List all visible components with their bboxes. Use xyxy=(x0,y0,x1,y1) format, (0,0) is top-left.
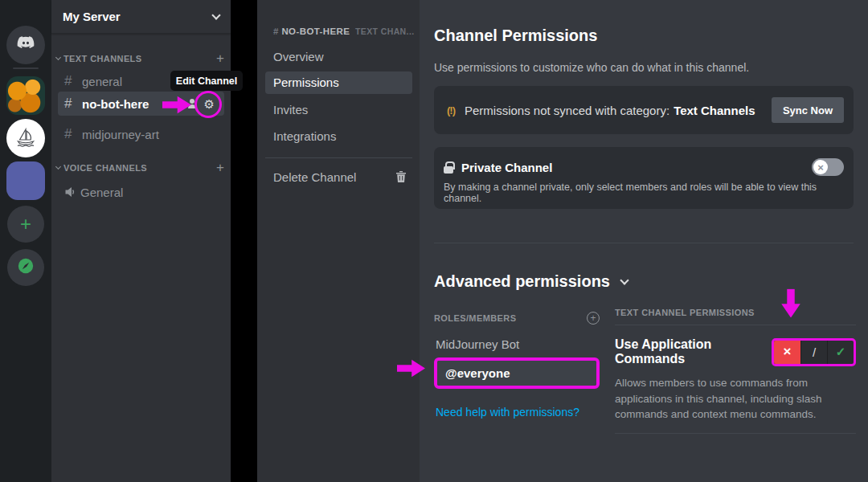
page-title: Channel Permissions xyxy=(434,27,597,45)
chevron-down-icon xyxy=(211,10,220,19)
roles-members-column: ROLES/MEMBERS + MidJourney Bot @everyone xyxy=(434,312,600,389)
lock-icon xyxy=(444,161,453,174)
settings-tab-permissions[interactable]: Permissions xyxy=(265,71,412,94)
private-channel-description: By making a channel private, only select… xyxy=(444,182,844,204)
sync-message: Permissions not synced with category: xyxy=(465,104,669,117)
delete-channel-button[interactable]: Delete Channel xyxy=(265,165,412,188)
section-label: TEXT CHANNELS xyxy=(63,54,141,63)
settings-tab-invites[interactable]: Invites xyxy=(265,99,412,121)
settings-channel-category: TEXT CHAN... xyxy=(355,27,415,36)
section-label: VOICE CHANNELS xyxy=(63,163,147,173)
permissions-divider xyxy=(615,325,856,325)
annotation-box-permission-control: × / ✓ xyxy=(772,338,856,366)
sync-now-button[interactable]: Sync Now xyxy=(772,97,844,123)
add-channel-button[interactable]: + xyxy=(216,161,224,174)
annotation-circle-gear xyxy=(194,91,222,118)
permission-name: Use Application Commands xyxy=(615,337,772,366)
chevron-down-icon xyxy=(55,163,61,169)
advanced-permissions-title[interactable]: Advanced permissions xyxy=(434,272,628,291)
section-divider xyxy=(434,243,854,243)
discord-home-button[interactable] xyxy=(6,26,45,64)
rail-divider xyxy=(13,67,39,69)
chevron-down-icon xyxy=(55,54,61,59)
allow-button[interactable]: ✓ xyxy=(827,341,854,364)
hash-icon: # xyxy=(64,96,79,112)
voice-channels-section-header[interactable]: VOICE CHANNELS + xyxy=(56,161,224,174)
roles-members-header: ROLES/MEMBERS xyxy=(434,313,516,323)
channel-name: general xyxy=(82,75,122,88)
channel-permissions-column: TEXT CHANNEL PERMISSIONS Use Application… xyxy=(615,308,856,434)
role-item-midjourney-bot[interactable]: MidJourney Bot xyxy=(434,337,600,351)
text-channel-permissions-header: TEXT CHANNEL PERMISSIONS xyxy=(615,308,856,317)
server-icon-purple[interactable] xyxy=(6,161,45,200)
channel-name: midjourney-art xyxy=(82,128,159,141)
settings-tab-overview[interactable]: Overview xyxy=(265,46,412,68)
channel-settings-nav: # NO-BOT-HERE TEXT CHAN... Overview Perm… xyxy=(257,0,420,482)
deny-button[interactable]: × xyxy=(774,341,800,364)
server-icon-flowers[interactable] xyxy=(6,76,45,115)
hash-icon: # xyxy=(273,27,279,36)
neutral-button[interactable]: / xyxy=(800,341,827,364)
channel-item-midjourney-art[interactable]: # midjourney-art xyxy=(58,123,224,145)
speaker-icon xyxy=(64,186,77,198)
permission-description: Allows members to use commands from appl… xyxy=(615,375,854,423)
role-item-everyone[interactable]: @everyone xyxy=(437,361,596,386)
settings-nav-divider xyxy=(265,157,412,158)
server-rail: + xyxy=(0,0,51,482)
text-channels-section-header[interactable]: TEXT CHANNELS + xyxy=(56,51,224,65)
add-server-button[interactable]: + xyxy=(7,206,44,243)
channel-name: General xyxy=(80,186,123,199)
sync-warning-icon: (!) xyxy=(447,104,455,116)
page-subtitle: Use permissions to customize who can do … xyxy=(434,61,749,74)
add-channel-button[interactable]: + xyxy=(216,51,224,65)
annotation-box-everyone: @everyone xyxy=(434,357,600,389)
private-channel-label: Private Channel xyxy=(461,161,552,174)
sync-warning-banner: (!) Permissions not synced with category… xyxy=(434,86,854,134)
settings-channel-name: NO-BOT-HERE xyxy=(281,27,350,36)
chevron-down-icon xyxy=(620,276,628,284)
permissions-divider xyxy=(615,433,856,434)
sailboat-icon xyxy=(13,124,39,153)
settings-tab-integrations[interactable]: Integrations xyxy=(265,125,412,148)
permissions-help-link[interactable]: Need help with permissions? xyxy=(436,406,579,419)
private-channel-toggle[interactable]: × xyxy=(812,158,844,176)
hash-icon: # xyxy=(64,73,79,89)
server-icon-midjourney[interactable] xyxy=(6,119,45,157)
sync-category-name: Text Channels xyxy=(674,104,755,117)
settings-content: Channel Permissions Use permissions to c… xyxy=(420,0,868,482)
advanced-permissions-label: Advanced permissions xyxy=(434,272,610,291)
add-role-icon[interactable]: + xyxy=(587,312,600,325)
toggle-knob-x-icon: × xyxy=(813,160,828,174)
edit-channel-tooltip: Edit Channel xyxy=(170,71,243,91)
server-header[interactable]: My Server xyxy=(51,0,231,34)
discord-app: + My Server TEXT CHANNELS + # general # … xyxy=(0,0,868,482)
discord-logo-icon xyxy=(15,33,36,57)
channel-name: no-bot-here xyxy=(82,97,149,111)
explore-servers-button[interactable] xyxy=(7,249,44,286)
settings-nav-header: # NO-BOT-HERE TEXT CHAN... xyxy=(273,27,415,36)
hash-icon: # xyxy=(64,126,79,142)
server-name: My Server xyxy=(63,10,121,23)
compass-icon xyxy=(17,257,35,278)
trash-icon xyxy=(396,171,406,182)
channel-item-voice-general[interactable]: General xyxy=(58,181,224,203)
private-channel-card: Private Channel × By making a channel pr… xyxy=(434,147,854,209)
plus-icon: + xyxy=(20,214,31,234)
delete-channel-label: Delete Channel xyxy=(273,170,356,184)
